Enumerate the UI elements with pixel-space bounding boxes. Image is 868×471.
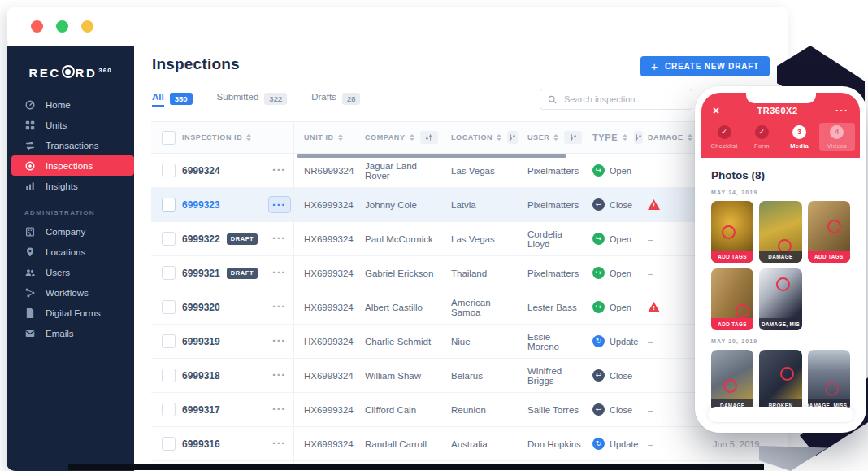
photo-thumbnail[interactable]: DAMAGE xyxy=(711,350,753,412)
sort-icon[interactable] xyxy=(553,134,558,141)
photo-tag: DAMAGE xyxy=(759,251,801,263)
phone-tab-videos[interactable]: 4Videos xyxy=(819,123,855,151)
filter-icon[interactable] xyxy=(507,131,518,144)
table-row[interactable]: 6999323···HX6999324Johnny ColeLatviaPixe… xyxy=(151,188,788,222)
photo-thumbnail[interactable]: DAMAGE, MIS xyxy=(759,268,801,330)
table-row[interactable]: 6999321DRAFT···HX6999324Gabriel Erickson… xyxy=(151,256,788,290)
sidebar-item-company[interactable]: Company xyxy=(7,221,134,242)
sidebar-main-nav: HomeUnitsTransactionsInspectionsInsights xyxy=(7,94,134,196)
photo-tag: ADD TAGS xyxy=(711,318,753,330)
photo-tag: ADD TAGS xyxy=(711,251,753,263)
horizontal-scrollbar[interactable] xyxy=(297,154,566,158)
photo-tag: ADD TAGS xyxy=(808,251,850,263)
column-header-unit-id[interactable]: UNIT ID xyxy=(293,122,355,153)
workflow-icon xyxy=(24,287,36,299)
damage-annotation-circle xyxy=(825,382,839,396)
company-cell: Paul McCormick xyxy=(355,222,441,255)
table-row[interactable]: 6999322DRAFT···HX6999324Paul McCormickLa… xyxy=(151,222,788,256)
photo-thumbnail[interactable]: ADD TAGS xyxy=(711,201,753,263)
photo-thumbnail[interactable]: ADD TAGS xyxy=(808,201,850,263)
column-header-actions xyxy=(265,122,293,153)
sidebar-item-users[interactable]: Users xyxy=(7,262,134,282)
row-checkbox[interactable] xyxy=(162,232,176,246)
sort-icon[interactable] xyxy=(410,134,414,141)
row-actions-button[interactable]: ··· xyxy=(272,369,286,382)
table-header-row: INSPECTION IDUNIT IDCOMPANYLOCATIONUSERT… xyxy=(151,121,788,154)
traffic-light-zoom-icon[interactable] xyxy=(81,20,93,33)
tab-count-badge: 350 xyxy=(170,93,193,105)
row-actions-button[interactable]: ··· xyxy=(272,334,286,347)
column-header-company[interactable]: COMPANY xyxy=(355,122,441,153)
select-all-checkbox[interactable] xyxy=(162,131,176,145)
sidebar-item-insights[interactable]: Insights xyxy=(7,176,134,196)
sidebar-item-units[interactable]: Units xyxy=(7,115,134,135)
inspection-id-cell: 6999321DRAFT xyxy=(182,256,265,290)
row-actions-button[interactable]: ··· xyxy=(272,164,286,177)
phone-tab-label: Media xyxy=(790,142,809,150)
row-checkbox[interactable] xyxy=(162,437,176,451)
traffic-light-minimize-icon[interactable] xyxy=(56,20,68,33)
sort-icon[interactable] xyxy=(246,134,251,141)
close-icon[interactable]: × xyxy=(713,105,719,116)
photo-thumbnail[interactable]: ADD TAGS xyxy=(711,268,753,330)
photo-thumbnail[interactable]: BROKEN xyxy=(759,350,801,412)
tab-submitted[interactable]: Submitted322 xyxy=(217,92,288,105)
row-actions-button[interactable]: ··· xyxy=(272,266,286,279)
search-input[interactable] xyxy=(562,94,684,105)
sort-icon[interactable] xyxy=(338,134,343,141)
sort-icon[interactable] xyxy=(623,134,627,141)
row-checkbox[interactable] xyxy=(162,403,176,416)
row-checkbox[interactable] xyxy=(162,369,176,382)
column-header-location[interactable]: LOCATION xyxy=(441,122,518,153)
table-row[interactable]: 6999324···NR6999324Jaguar Land RoverLas … xyxy=(151,154,788,188)
row-checkbox[interactable] xyxy=(162,266,176,280)
create-new-draft-button[interactable]: + CREATE NEW DRAFT xyxy=(640,56,770,76)
unit-id-cell: HX6999324 xyxy=(293,188,355,221)
photo-thumbnail[interactable]: DAMAGE xyxy=(759,201,801,263)
row-checkbox[interactable] xyxy=(162,198,176,212)
sidebar-item-transactions[interactable]: Transactions xyxy=(7,135,134,155)
table-row[interactable]: 6999317···HX6999324Clifford CainReunionS… xyxy=(151,393,788,427)
damage-cell: – xyxy=(638,222,684,255)
phone-tab-checklist[interactable]: ✓Checklist xyxy=(706,123,742,151)
row-checkbox[interactable] xyxy=(162,334,176,348)
sort-icon[interactable] xyxy=(497,134,501,141)
photo-thumbnail[interactable]: DAMAGE, MISS... xyxy=(808,350,850,412)
table-row[interactable]: 6999320···HX6999324Albert CastilloAmeric… xyxy=(151,290,788,325)
damage-cell: – xyxy=(638,325,684,358)
filter-icon[interactable] xyxy=(420,131,438,144)
type-update-icon: ↻ xyxy=(592,335,605,347)
damage-cell: ! xyxy=(638,290,684,324)
sidebar-item-locations[interactable]: Locations xyxy=(7,242,134,262)
row-actions-button[interactable]: ··· xyxy=(272,437,286,450)
phone-tab-media[interactable]: 3Media xyxy=(782,123,818,151)
column-header-user[interactable]: USER xyxy=(518,122,583,153)
table-row[interactable]: 6999319···HX6999324Charlie SchmidtNiueEs… xyxy=(151,325,788,359)
row-checkbox[interactable] xyxy=(162,300,176,314)
sidebar-item-home[interactable]: Home xyxy=(7,94,134,115)
phone-tab-form[interactable]: ✓Form xyxy=(744,123,779,151)
tab-all[interactable]: All350 xyxy=(152,92,193,105)
filter-icon[interactable] xyxy=(564,131,582,144)
table-row[interactable]: 6999318···HX6999324William ShawBelarusWi… xyxy=(151,359,788,393)
column-header-type[interactable]: TYPE xyxy=(583,122,638,153)
sidebar-item-emails[interactable]: Emails xyxy=(7,323,134,343)
sidebar-item-inspections[interactable]: Inspections xyxy=(11,155,134,176)
table-row[interactable]: 6999316···HX6999324Randall CarrollAustra… xyxy=(151,427,788,461)
location-cell: Las Vegas xyxy=(441,222,518,255)
sidebar-admin-nav: CompanyLocationsUsersWorkflowsDigital Fo… xyxy=(7,221,134,343)
row-checkbox[interactable] xyxy=(162,164,176,177)
column-header-damage[interactable]: DAMAGE xyxy=(638,122,684,153)
row-actions-button[interactable]: ··· xyxy=(272,403,286,416)
row-actions-button[interactable]: ··· xyxy=(272,300,286,313)
sidebar-item-label: Inspections xyxy=(46,161,93,171)
column-header-inspection-id[interactable]: INSPECTION ID xyxy=(182,122,265,153)
row-actions-button[interactable]: ··· xyxy=(272,232,286,245)
sidebar-item-workflows[interactable]: Workflows xyxy=(7,282,134,303)
page-title: Inspections xyxy=(152,55,240,73)
tab-drafts[interactable]: Drafts28 xyxy=(311,92,360,105)
sidebar-item-digital-forms[interactable]: Digital Forms xyxy=(7,303,134,323)
unit-id-cell: HX6999324 xyxy=(293,222,355,255)
traffic-light-close-icon[interactable] xyxy=(31,20,43,33)
user-cell: Lester Bass xyxy=(518,290,583,324)
